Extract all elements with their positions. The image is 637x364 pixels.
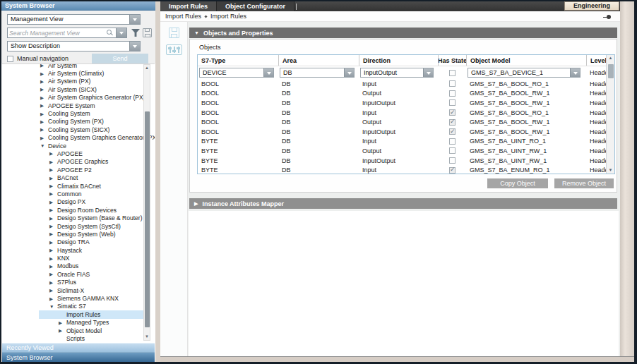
expand-arrow-icon[interactable]: ▶ (49, 246, 56, 254)
description-select[interactable]: Show Description (7, 41, 141, 51)
tree-item[interactable]: ▼Simatic S7 (2, 303, 155, 310)
save-icon[interactable] (143, 28, 152, 37)
tree-item[interactable]: ▶BACnet (2, 174, 155, 181)
chevron-down-icon[interactable] (263, 68, 273, 77)
scrollbar-thumb[interactable] (145, 111, 150, 327)
expand-arrow-icon[interactable]: ▶ (40, 85, 47, 93)
has-state-checkbox[interactable] (449, 138, 456, 145)
expand-arrow-icon[interactable]: ▶ (49, 230, 56, 238)
has-state-checkbox[interactable] (449, 128, 456, 135)
collapse-icon[interactable]: ▼ (194, 30, 199, 35)
expand-arrow-icon[interactable]: ▶ (49, 286, 56, 294)
expand-arrow-icon[interactable]: ▶ (40, 134, 47, 142)
tree-item[interactable]: ▶Desigo TRA (2, 238, 155, 246)
table-row[interactable]: BOOLDBInputOutputGMS_S7_BA_BOOL_RW_1Head… (198, 127, 614, 137)
expand-arrow-icon[interactable]: ▶ (40, 94, 47, 102)
has-state-checkbox[interactable] (449, 109, 456, 116)
area-select[interactable]: DB (280, 68, 355, 78)
tree-item[interactable]: ▶Oracle FIAS (2, 270, 155, 278)
has-state-checkbox[interactable] (449, 119, 456, 126)
tab-import-rules[interactable]: Import Rules (160, 1, 217, 11)
expand-arrow-icon[interactable]: ▶ (49, 279, 56, 286)
expand-arrow-icon[interactable]: ▶ (49, 238, 56, 246)
expand-arrow-icon[interactable]: ▶ (59, 319, 65, 327)
filter-icon[interactable] (131, 29, 140, 37)
tree-item[interactable]: ▶Common (2, 190, 155, 198)
settings-sliders-button[interactable] (166, 44, 182, 55)
copy-object-button[interactable]: Copy Object (487, 178, 548, 188)
tree-item[interactable]: ▶Object Model (2, 327, 155, 334)
table-row[interactable]: BOOLDBInputGMS_S7_BA_BOOL_RO_1Header (198, 108, 614, 118)
tree-item[interactable]: ▼Device (2, 142, 155, 150)
remove-object-button[interactable]: Remove Object (554, 178, 614, 188)
table-row[interactable]: DEVICEDBInputOutputGMS_S7_BA_DEVICE_1Hea… (198, 66, 614, 79)
tree-item[interactable]: ▶Desigo System (Base & Router) (2, 214, 155, 222)
breadcrumb-item[interactable]: Import Rules (163, 13, 203, 20)
chevron-down-icon[interactable] (344, 68, 354, 77)
search-box[interactable] (7, 28, 127, 38)
tree-item[interactable]: Import Rules (2, 310, 155, 318)
expand-arrow-icon[interactable]: ▶ (49, 255, 56, 262)
expand-arrow-icon[interactable]: ▶ (49, 150, 56, 157)
tree-item[interactable]: ▶Desigo System (SysCtl) (2, 222, 155, 230)
tree-item[interactable]: ▶Modbus (2, 262, 155, 270)
view-select[interactable]: Management View (7, 14, 141, 25)
has-state-checkbox[interactable] (449, 99, 456, 106)
has-state-checkbox[interactable] (449, 157, 456, 164)
tree-item[interactable]: ▶APOGEE P2 (2, 166, 155, 174)
collapse-arrow-icon[interactable]: ▼ (40, 142, 47, 150)
expand-arrow-icon[interactable]: ▶ (49, 262, 56, 270)
expand-arrow-icon[interactable]: ▶ (40, 126, 47, 133)
chevron-down-icon[interactable] (423, 68, 433, 77)
expand-arrow-icon[interactable]: ▶ (49, 166, 56, 174)
send-button[interactable]: Send (92, 54, 148, 63)
chevron-down-icon[interactable] (129, 15, 140, 24)
has-state-checkbox[interactable] (449, 70, 456, 76)
expand-arrow-icon[interactable]: ▶ (49, 190, 56, 198)
tree-item[interactable]: Scripts (2, 334, 155, 341)
table-row[interactable]: BYTEDBInputGMS_S7_BA_ENUM_RO_1Header (198, 165, 614, 175)
expand-icon[interactable]: ▶ (194, 201, 198, 207)
manual-navigation-checkbox[interactable] (7, 56, 13, 62)
tree-item[interactable]: ▶Cooling System (PX) (2, 118, 155, 126)
table-row[interactable]: BOOLDBInputOutputGMS_S7_BA_BOOL_RW_1Head… (198, 98, 614, 108)
chevron-down-icon[interactable] (116, 28, 126, 37)
expand-arrow-icon[interactable]: ▶ (49, 295, 56, 303)
system-browser-bar[interactable]: System Browser (2, 352, 155, 362)
chevron-down-icon[interactable] (570, 68, 580, 77)
tree-item[interactable]: ▶Air System (SICX) (2, 85, 155, 93)
tree-item[interactable]: ▶KNX (2, 254, 155, 262)
expand-arrow-icon[interactable]: ▶ (40, 118, 47, 126)
tree-item[interactable]: ▶Siclimat-X (2, 286, 155, 294)
tree-item[interactable]: ▶Climatix BACnet (2, 182, 155, 190)
expand-arrow-icon[interactable]: ▶ (49, 270, 56, 278)
tree-item[interactable]: ▶APOGEE (2, 150, 155, 157)
tree-item[interactable]: ▶APOGEE System (2, 102, 155, 109)
has-state-checkbox[interactable] (449, 167, 456, 174)
expand-arrow-icon[interactable]: ▶ (49, 214, 56, 222)
pin-icon[interactable] (607, 15, 611, 19)
expand-arrow-icon[interactable]: ▶ (49, 198, 56, 206)
scrollbar-thumb[interactable] (608, 64, 614, 78)
tree-item[interactable]: ▶Cooling System Graphics Generator (PX) (2, 134, 155, 142)
scroll-up-icon[interactable]: ▲ (144, 65, 150, 71)
instance-attributes-mapper-expander[interactable]: ▶ Instance Attributes Mapper (189, 198, 617, 209)
expand-arrow-icon[interactable]: ▶ (40, 63, 47, 69)
tree-item[interactable]: ▶APOGEE Graphics (2, 158, 155, 166)
tree-item[interactable]: ▶Desigo System (Web) (2, 230, 155, 238)
tree-item[interactable]: ▶Desigo PX (2, 198, 155, 206)
tree-item[interactable]: ▶Managed Types (2, 319, 155, 327)
direction-select[interactable]: InputOutput (360, 68, 434, 78)
scroll-down-icon[interactable]: ▼ (144, 334, 150, 340)
expand-arrow-icon[interactable]: ▶ (49, 174, 56, 182)
tab-object-configurator[interactable]: Object Configurator (217, 1, 294, 11)
table-row[interactable]: BOOLDBInputGMS_S7_BA_BOOL_RO_1Header (198, 79, 614, 89)
objects-and-properties-expander[interactable]: ▼ Objects and Properties (189, 28, 617, 38)
tree-item[interactable]: ▶Cooling System (2, 109, 155, 117)
expand-arrow-icon[interactable]: ▶ (40, 110, 47, 118)
table-row[interactable]: BYTEDBInputGMS_S7_BA_UINT_RO_1Header (198, 137, 614, 147)
expand-arrow-icon[interactable]: ▶ (49, 158, 56, 166)
breadcrumb-item[interactable]: Import Rules (208, 13, 249, 20)
table-row[interactable]: BOOLDBOutputGMS_S7_BA_BOOL_RW_1Header (198, 117, 614, 127)
tree-scrollbar[interactable]: ▲ ▼ (143, 64, 150, 341)
